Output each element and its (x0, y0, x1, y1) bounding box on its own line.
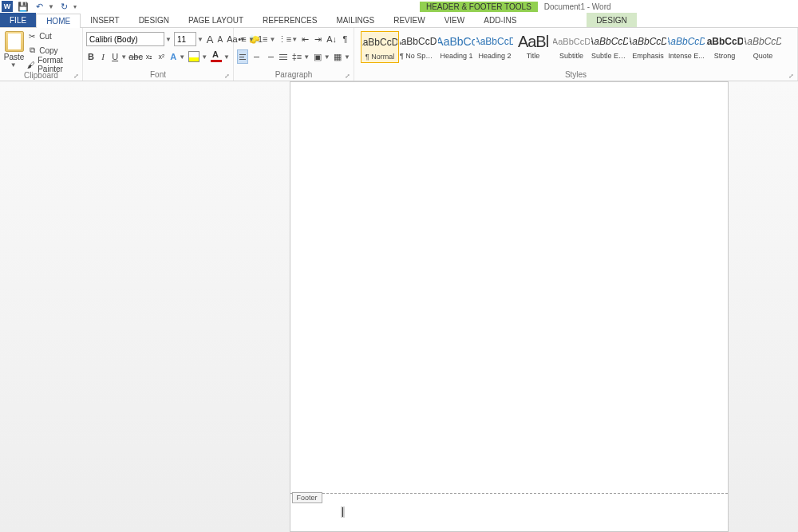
align-justify-button[interactable] (278, 49, 289, 64)
paragraph-launcher[interactable]: ⤢ (345, 73, 350, 80)
undo-button[interactable]: ↶ (34, 1, 45, 12)
paste-dropdown[interactable]: ▼ (10, 61, 17, 69)
bullets-dropdown[interactable]: ▼ (248, 36, 255, 43)
font-color-dropdown[interactable]: ▼ (223, 53, 230, 61)
style-emphasis[interactable]: AaBbCcDιEmphasis (629, 31, 667, 61)
styles-gallery[interactable]: AaBbCcDc¶ NormalAaBbCcDc¶ No Spac...AaBb… (358, 30, 782, 63)
redo-button[interactable]: ↻ (59, 1, 70, 12)
multilevel-dropdown[interactable]: ▼ (291, 36, 298, 43)
underline-button[interactable]: U (110, 49, 120, 64)
document-title: Document1 - Word (544, 2, 611, 11)
bullets-button[interactable]: •≡ (237, 32, 247, 46)
highlight-icon (188, 51, 200, 62)
numbering-dropdown[interactable]: ▼ (269, 36, 275, 43)
text-effects-dropdown[interactable]: ▼ (179, 53, 185, 61)
contextual-tab-label: HEADER & FOOTER TOOLS (420, 2, 538, 12)
shading-button[interactable]: ▣ (312, 49, 322, 64)
word-app-icon: W (2, 1, 13, 12)
superscript-button[interactable]: x² (156, 49, 166, 64)
tab-review[interactable]: REVIEW (384, 13, 434, 27)
borders-button[interactable]: ▦ (333, 49, 343, 64)
font-size-dropdown[interactable]: ▼ (197, 36, 203, 43)
font-size-input[interactable] (174, 32, 196, 46)
cut-button[interactable]: ✂Cut (27, 30, 79, 42)
quick-access-toolbar: 💾 ↶ ▼ ↻ ▾ (18, 1, 77, 12)
tab-insert[interactable]: INSERT (81, 13, 129, 27)
subscript-button[interactable]: x₂ (144, 49, 154, 64)
undo-dropdown[interactable]: ▼ (48, 3, 54, 10)
style-strong[interactable]: AaBbCcDcStrong (705, 31, 744, 61)
clipboard-launcher[interactable]: ⤢ (73, 73, 79, 80)
paste-icon (5, 31, 24, 52)
tab-home[interactable]: HOME (36, 14, 81, 28)
style-name: Emphasis (630, 52, 666, 60)
footer-region[interactable]: Footer (290, 493, 728, 494)
strikethrough-button[interactable]: abc (129, 49, 142, 64)
cut-label: Cut (39, 32, 52, 41)
line-spacing-dropdown[interactable]: ▼ (303, 53, 310, 61)
font-launcher[interactable]: ⤢ (224, 73, 230, 80)
grow-font-button[interactable]: A (206, 32, 215, 46)
paste-button[interactable]: Paste ▼ (3, 30, 25, 69)
bold-button[interactable]: B (86, 49, 96, 64)
style-quote[interactable]: AaBbCcDιQuote (744, 31, 782, 61)
align-left-button[interactable] (237, 49, 248, 64)
style-intense-e-[interactable]: AaBbCcDιIntense E... (667, 31, 705, 61)
style-heading-1[interactable]: AaBbCcHeading 1 (437, 31, 476, 61)
ribbon-tabs: FILE HOME INSERT DESIGN PAGE LAYOUT REFE… (0, 13, 798, 28)
tab-file[interactable]: FILE (0, 13, 36, 27)
ribbon: Paste ▼ ✂Cut ⧉Copy 🖌Format Painter Clipb… (0, 28, 798, 81)
tab-mailings[interactable]: MAILINGS (326, 13, 384, 27)
borders-dropdown[interactable]: ▼ (344, 53, 350, 61)
font-group-label: Font (150, 70, 166, 79)
style-name: Title (515, 52, 551, 60)
shrink-font-button[interactable]: A (217, 32, 224, 46)
increase-indent-button[interactable]: ⇥ (313, 32, 323, 46)
style-preview: AaBbCcDι (591, 33, 628, 50)
shading-dropdown[interactable]: ▼ (324, 53, 330, 61)
style--no-spac-[interactable]: AaBbCcDc¶ No Spac... (399, 31, 437, 61)
underline-dropdown[interactable]: ▼ (120, 53, 127, 61)
tab-addins[interactable]: ADD-INS (474, 13, 526, 27)
decrease-indent-button[interactable]: ⇤ (300, 32, 310, 46)
font-name-dropdown[interactable]: ▼ (165, 36, 172, 43)
tab-references[interactable]: REFERENCES (253, 13, 326, 27)
style--normal[interactable]: AaBbCcDc¶ Normal (361, 31, 399, 63)
numbering-button[interactable]: 1≡ (257, 32, 269, 46)
copy-button[interactable]: ⧉Copy (27, 44, 79, 57)
sort-button[interactable]: A↓ (326, 32, 338, 46)
save-button[interactable]: 💾 (18, 1, 29, 12)
italic-button[interactable]: I (98, 49, 108, 64)
style-preview: AaBbCcDc (400, 33, 437, 50)
text-effects-button[interactable]: A (168, 49, 178, 64)
brush-icon: 🖌 (27, 60, 35, 69)
styles-launcher[interactable]: ⤢ (788, 73, 794, 80)
style-subtle-em-[interactable]: AaBbCcDιSubtle Em... (591, 31, 629, 61)
align-right-button[interactable] (264, 49, 275, 64)
tab-hf-design[interactable]: DESIGN (587, 13, 636, 27)
page[interactable]: Footer (290, 81, 729, 532)
line-spacing-button[interactable]: ‡≡ (291, 49, 303, 64)
font-color-button[interactable] (210, 49, 223, 64)
style-title[interactable]: AaBlTitle (514, 31, 552, 61)
show-marks-button[interactable]: ¶ (340, 32, 350, 46)
clipboard-group-label: Clipboard (24, 71, 58, 80)
tab-design[interactable]: DESIGN (129, 13, 179, 27)
group-paragraph: •≡▼ 1≡▼ ⋮≡▼ ⇤ ⇥ A↓ ¶ ‡≡▼ ▣▼ ▦▼ (234, 28, 354, 81)
group-clipboard: Paste ▼ ✂Cut ⧉Copy 🖌Format Painter Clipb… (0, 28, 83, 81)
style-heading-2[interactable]: AaBbCcDHeading 2 (476, 31, 514, 61)
align-center-button[interactable] (251, 49, 262, 64)
highlight-button[interactable] (188, 49, 200, 64)
tab-page-layout[interactable]: PAGE LAYOUT (179, 13, 253, 27)
font-color-icon (211, 51, 222, 62)
tab-view[interactable]: VIEW (435, 13, 475, 27)
style-preview: AaBbCcD (476, 33, 513, 50)
font-name-input[interactable] (86, 32, 164, 46)
style-preview: AaBbCcDι (630, 33, 666, 50)
format-painter-button[interactable]: 🖌Format Painter (27, 58, 79, 71)
multilevel-button[interactable]: ⋮≡ (278, 32, 290, 46)
highlight-dropdown[interactable]: ▼ (201, 53, 207, 61)
style-subtitle[interactable]: AaBbCcDSubtitle (552, 31, 591, 61)
qat-customize[interactable]: ▾ (73, 3, 77, 10)
title-bar: W 💾 ↶ ▼ ↻ ▾ HEADER & FOOTER TOOLS Docume… (0, 0, 798, 13)
